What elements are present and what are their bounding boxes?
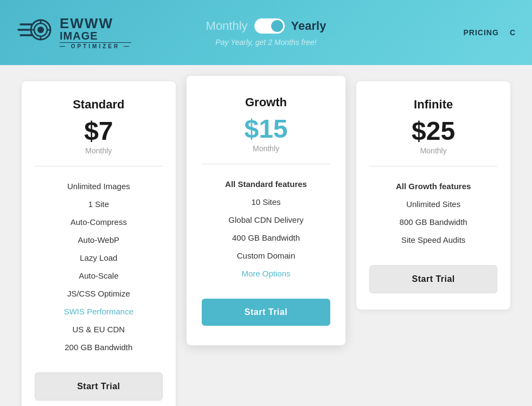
plan-name-infinite: Infinite <box>414 98 453 112</box>
divider-standard <box>35 166 163 166</box>
divider-growth <box>202 164 331 164</box>
billing-toggle-area: Monthly Yearly Pay Yearly, get 2 Months … <box>206 18 326 47</box>
toggle-knob <box>271 20 283 32</box>
feature-item: 800 GB Bandwidth <box>369 213 497 231</box>
plan-period-growth: Monthly <box>253 144 279 153</box>
features-list-growth: All Standard features10 SitesGlobal CDN … <box>202 175 331 282</box>
plan-name-growth: Growth <box>245 95 287 109</box>
feature-item: Lazy Load <box>35 249 163 267</box>
header-nav: PRICING C <box>464 28 516 37</box>
pricing-card-growth: Growth$15MonthlyAll Standard features10 … <box>187 76 346 345</box>
feature-item: Site Speed Audits <box>369 231 497 249</box>
toggle-switch[interactable] <box>254 18 285 34</box>
plan-period-standard: Monthly <box>85 146 112 155</box>
feature-item: 1 Site <box>35 195 163 213</box>
feature-item: 10 Sites <box>202 193 331 211</box>
billing-subtitle: Pay Yearly, get 2 Months free! <box>215 38 316 47</box>
start-trial-button-standard[interactable]: Start Trial <box>35 372 163 401</box>
features-list-infinite: All Growth featuresUnlimited Sites800 GB… <box>369 177 497 249</box>
start-trial-button-growth[interactable]: Start Trial <box>202 299 331 326</box>
feature-item: All Standard features <box>202 175 331 193</box>
other-nav-link[interactable]: C <box>510 28 516 37</box>
feature-item: Custom Domain <box>202 247 331 265</box>
feature-item: US & EU CDN <box>35 320 163 338</box>
pricing-nav-link[interactable]: PRICING <box>464 28 499 37</box>
plan-period-infinite: Monthly <box>420 146 447 155</box>
feature-item: 200 GB Bandwidth <box>35 338 163 356</box>
logo-text: EWWW IMAGE — OPTIMIZER — <box>60 16 131 49</box>
logo-image-text: IMAGE <box>60 30 131 41</box>
feature-item: Global CDN Delivery <box>202 211 331 229</box>
start-trial-button-infinite[interactable]: Start Trial <box>369 265 497 293</box>
feature-item: 400 GB Bandwidth <box>202 229 331 247</box>
pricing-card-standard: Standard$7MonthlyUnlimited Images1 SiteA… <box>22 81 176 406</box>
svg-point-5 <box>37 27 44 33</box>
logo-icon <box>16 14 54 51</box>
header: EWWW IMAGE — OPTIMIZER — Monthly Yearly … <box>0 0 532 65</box>
logo-ewww: EWWW <box>60 16 131 30</box>
features-list-standard: Unlimited Images1 SiteAuto-CompressAuto-… <box>35 177 163 356</box>
pricing-section: Standard$7MonthlyUnlimited Images1 SiteA… <box>0 65 532 406</box>
logo-area: EWWW IMAGE — OPTIMIZER — <box>16 14 131 51</box>
plan-price-standard: $7 <box>84 118 113 144</box>
feature-item: JS/CSS Optimize <box>35 285 163 302</box>
pricing-card-infinite: Infinite$25MonthlyAll Growth featuresUnl… <box>356 81 510 310</box>
plan-name-standard: Standard <box>73 98 124 112</box>
feature-item: Unlimited Images <box>35 177 163 195</box>
feature-item: Auto-Compress <box>35 213 163 231</box>
feature-item: Auto-Scale <box>35 267 163 285</box>
feature-item[interactable]: SWIS Performance <box>35 302 163 320</box>
plan-price-infinite: $25 <box>412 118 455 144</box>
divider-infinite <box>369 166 497 166</box>
yearly-label: Yearly <box>291 19 326 33</box>
plan-price-growth: $15 <box>244 116 287 142</box>
feature-item: Unlimited Sites <box>369 195 497 213</box>
feature-item[interactable]: More Options <box>202 265 331 282</box>
feature-item: Auto-WebP <box>35 231 163 249</box>
billing-toggle[interactable]: Monthly Yearly <box>206 18 326 34</box>
monthly-label: Monthly <box>206 19 248 33</box>
feature-item: All Growth features <box>369 177 497 195</box>
logo-optimizer: — OPTIMIZER — <box>60 42 131 49</box>
